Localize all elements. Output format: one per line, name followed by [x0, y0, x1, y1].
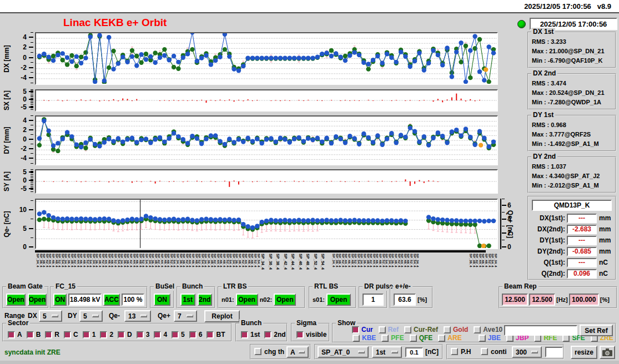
sector-checkbox[interactable]: [154, 331, 161, 338]
sector-item-r[interactable]: R: [45, 331, 59, 338]
th-sector-select[interactable]: A: [286, 346, 309, 358]
beam-gate-open-1-button[interactable]: Open: [6, 294, 26, 306]
show-checkbox[interactable]: [438, 335, 445, 342]
axis-label: DY [mm]: [3, 127, 11, 154]
rtl-bs-s01-open-button[interactable]: Open: [326, 294, 351, 306]
range-dx-select[interactable]: 5: [39, 310, 62, 322]
monitor-value-field: ---: [567, 258, 597, 267]
sector-item-6[interactable]: 6: [189, 331, 203, 338]
bunch-item-1st[interactable]: 1st: [241, 331, 260, 338]
bunch-checkbox[interactable]: [241, 331, 248, 338]
sector-checkbox[interactable]: [45, 331, 52, 338]
axis-tick-label: 5: [11, 168, 27, 176]
bpm-label: SP_34_4: [261, 254, 264, 270]
sector-item-d[interactable]: D: [118, 331, 132, 338]
show-checkbox[interactable]: [410, 335, 417, 342]
show-checkbox[interactable]: [352, 326, 359, 333]
screenshot-button[interactable]: [600, 346, 615, 359]
sector-item-a[interactable]: A: [8, 331, 22, 338]
show-checkbox[interactable]: [404, 326, 411, 333]
ltr-bs-n02-open-button[interactable]: Open: [274, 294, 296, 306]
show-item-cur[interactable]: Cur: [352, 326, 373, 333]
spare-input[interactable]: [545, 347, 563, 357]
chg-th-checkbox[interactable]: [254, 348, 261, 355]
sector-item-b[interactable]: B: [27, 331, 41, 338]
range-qe-plus-select[interactable]: 7: [174, 310, 197, 322]
sector-checkbox[interactable]: [137, 331, 144, 338]
show-checkbox[interactable]: [444, 326, 451, 333]
conti-checkbox[interactable]: [481, 348, 488, 355]
count-select[interactable]: 300: [512, 346, 542, 358]
sector-item-2[interactable]: 2: [100, 331, 113, 338]
show-item-ref[interactable]: Ref: [379, 326, 399, 333]
show-item-cur-ref[interactable]: Cur-Ref: [404, 326, 438, 333]
sector-checkbox[interactable]: [83, 331, 90, 338]
axis-minor-tick: [31, 247, 33, 247]
sector-item-3[interactable]: 3: [137, 331, 150, 338]
fc15-acc-button[interactable]: ACC: [103, 294, 120, 306]
resize-button[interactable]: resize: [571, 346, 597, 359]
show-item-kbe[interactable]: KBE: [353, 334, 376, 342]
sx-y-axis: SX [A]50-5: [0, 89, 34, 112]
sigma-item-visible[interactable]: visible: [296, 331, 326, 338]
show-checkbox[interactable]: [381, 335, 389, 342]
sigma-checkbox[interactable]: [296, 331, 304, 338]
option-menu-dash-icon: [299, 351, 305, 353]
bpm-label: SP_34_4: [120, 254, 123, 267]
show-item-gold[interactable]: Gold: [444, 326, 468, 333]
show-checkbox[interactable]: [479, 335, 486, 342]
busel-group: BuSel ON: [150, 286, 174, 309]
show-item-ave10[interactable]: Ave10: [474, 326, 502, 333]
axis-minor-tick: [31, 153, 33, 154]
rtl-bs-group: RTL BS s01: Open: [309, 286, 356, 309]
axis-minor-tick: [31, 149, 33, 149]
bunch-checkbox[interactable]: [264, 331, 271, 338]
show-item-are[interactable]: ARE: [438, 334, 461, 342]
bunch-order-select[interactable]: 1st: [372, 346, 402, 358]
range-qe-minus-select[interactable]: 13: [124, 310, 151, 322]
beam-gate-open-2-button[interactable]: Open: [28, 294, 47, 306]
bunch-item-2nd[interactable]: 2nd: [264, 331, 285, 338]
sector-checkbox[interactable]: [64, 331, 71, 338]
sector-checkbox[interactable]: [207, 331, 214, 338]
ph-checkbox[interactable]: [451, 348, 458, 355]
sector-checkbox[interactable]: [118, 331, 125, 338]
axis-minor-tick: [502, 247, 505, 247]
sector-checkbox[interactable]: [172, 331, 179, 338]
show-item-pfe[interactable]: PFE: [381, 334, 404, 342]
sector-item-5[interactable]: 5: [172, 331, 185, 338]
sector-checkbox[interactable]: [8, 331, 15, 338]
axis-minor-tick: [31, 189, 33, 190]
sector-checkbox[interactable]: [27, 331, 34, 338]
show-checkbox[interactable]: [379, 326, 386, 333]
threshold-input[interactable]: 0.1: [405, 347, 423, 357]
fc15-on-button[interactable]: ON: [53, 294, 67, 306]
replot-button[interactable]: Replot: [204, 310, 240, 322]
set-ref-button[interactable]: Set Ref: [580, 325, 613, 336]
axis-tick-label: 6: [507, 201, 520, 209]
show-checkbox[interactable]: [353, 335, 360, 342]
monitor-value-field: ---: [567, 236, 597, 245]
fc15-group-label: FC_15: [54, 282, 77, 291]
show-checkbox[interactable]: [474, 326, 481, 333]
rtl-bs-group-label: RTL BS: [313, 282, 340, 291]
busel-on-button[interactable]: ON: [154, 294, 170, 306]
bunch-1st-button[interactable]: 1st: [180, 294, 195, 306]
sector-item-c[interactable]: C: [64, 331, 78, 338]
stats-row: Max : 3.777@QRF2S: [532, 130, 614, 139]
ref-name-input[interactable]: [504, 325, 577, 336]
sector-item-label: 2: [109, 331, 113, 338]
bunch-2nd-button[interactable]: 2nd: [198, 294, 213, 306]
show-item-jbe[interactable]: JBE: [479, 334, 501, 342]
sector-item-bt[interactable]: BT: [207, 331, 225, 338]
sector-checkbox[interactable]: [189, 331, 197, 338]
range-dy-select[interactable]: 5: [79, 310, 103, 322]
bpm-label: SP_54_4: [201, 254, 204, 267]
device-select[interactable]: SP_AT_0: [318, 346, 369, 358]
sector-item-4[interactable]: 4: [154, 331, 167, 338]
sector-item-1[interactable]: 1: [83, 331, 96, 338]
ltr-bs-n01-open-button[interactable]: Open: [236, 294, 258, 306]
sector-checkbox[interactable]: [100, 331, 107, 338]
show-item-qfe[interactable]: QFE: [410, 334, 433, 342]
bpm-label: SP_54_4: [321, 254, 324, 270]
